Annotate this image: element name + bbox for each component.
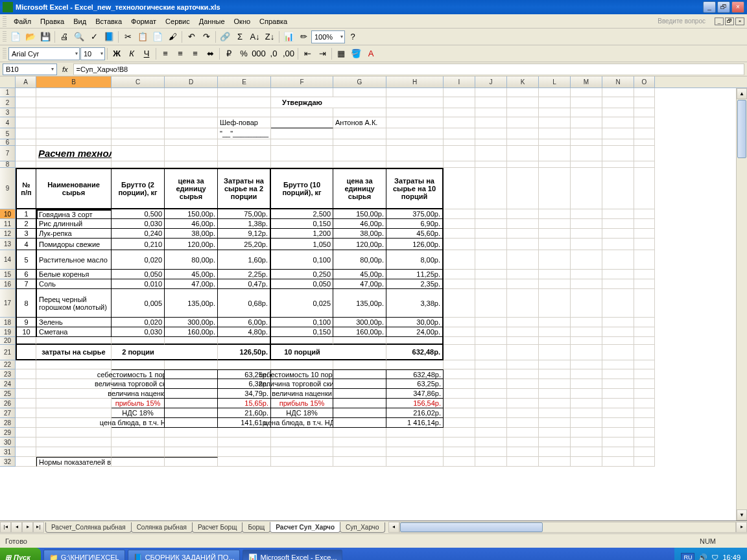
cell[interactable] [16, 117, 36, 128]
col-header[interactable]: O [634, 76, 655, 88]
cell[interactable] [539, 279, 571, 289]
cell[interactable]: 126,00р. [386, 239, 444, 250]
cell[interactable] [571, 345, 602, 360]
cell[interactable] [444, 457, 475, 467]
cell[interactable] [507, 408, 539, 418]
cell[interactable]: 6 [16, 270, 36, 279]
cell[interactable] [271, 457, 333, 467]
cell[interactable]: величина наценки [112, 389, 165, 399]
cell[interactable] [333, 97, 386, 108]
cell[interactable] [112, 139, 165, 146]
bold-icon[interactable]: Ж [110, 47, 124, 61]
cell[interactable] [475, 168, 507, 209]
cell[interactable]: 2 порции [112, 345, 165, 360]
open-icon[interactable]: 📂 [23, 30, 38, 44]
cell[interactable] [333, 379, 386, 389]
cell[interactable]: Утверждаю [271, 97, 333, 108]
tab-prev-icon[interactable]: ◂ [11, 522, 22, 533]
cell[interactable] [444, 161, 475, 168]
cell[interactable]: 0,500 [112, 209, 165, 219]
cell[interactable]: 45,00р. [333, 270, 386, 279]
cell[interactable] [218, 146, 271, 161]
cell[interactable] [112, 447, 165, 457]
cell[interactable] [571, 389, 602, 399]
cell[interactable] [602, 438, 634, 447]
cell[interactable] [539, 399, 571, 408]
row-header[interactable]: 6 [0, 139, 16, 146]
cell[interactable] [165, 447, 218, 457]
cell[interactable]: 1,60р. [218, 250, 271, 270]
cell[interactable] [571, 219, 602, 229]
cell[interactable] [444, 438, 475, 447]
cell[interactable] [539, 146, 571, 161]
row-header[interactable]: 15 [0, 270, 16, 279]
row-header[interactable]: 21 [0, 345, 16, 360]
cell[interactable] [634, 369, 655, 379]
cell[interactable] [165, 139, 218, 146]
cell[interactable] [475, 250, 507, 270]
cell[interactable] [112, 428, 165, 438]
cell[interactable]: 0,47р. [218, 279, 271, 289]
cell[interactable] [218, 108, 271, 117]
cell[interactable] [507, 399, 539, 408]
cell[interactable]: Говядина 3 сорт [36, 209, 112, 219]
cell[interactable] [333, 128, 386, 139]
cell[interactable] [539, 128, 571, 139]
col-header[interactable]: E [218, 76, 271, 88]
start-button[interactable]: ⊞Пуск [0, 548, 41, 560]
scroll-down-icon[interactable]: ▼ [737, 509, 747, 520]
cell[interactable]: себестоимость 1 порции [112, 369, 165, 379]
cell[interactable] [571, 428, 602, 438]
cell[interactable] [539, 88, 571, 97]
font-color-icon[interactable]: A [364, 47, 378, 61]
cell[interactable] [571, 369, 602, 379]
cell[interactable] [444, 117, 475, 128]
cell[interactable]: 0,010 [112, 279, 165, 289]
cell[interactable] [444, 389, 475, 399]
spelling-icon[interactable]: ✓ [87, 30, 101, 44]
cell[interactable] [571, 117, 602, 128]
cell[interactable] [634, 279, 655, 289]
row-header[interactable]: 28 [0, 418, 16, 428]
cell[interactable] [16, 418, 36, 428]
cell[interactable] [271, 438, 333, 447]
print-icon[interactable]: 🖨 [57, 30, 71, 44]
font-name-combo[interactable]: Arial Cyr [8, 47, 80, 60]
cell[interactable] [507, 250, 539, 270]
cell[interactable] [475, 289, 507, 318]
cell[interactable] [475, 139, 507, 146]
cell[interactable]: 0,68р. [218, 289, 271, 318]
cell[interactable] [36, 88, 112, 97]
cell[interactable]: 0,020 [112, 250, 165, 270]
cell[interactable] [507, 97, 539, 108]
cell[interactable] [602, 418, 634, 428]
cell[interactable] [539, 117, 571, 128]
cell[interactable] [475, 360, 507, 369]
cell[interactable] [444, 229, 475, 239]
cell[interactable] [571, 250, 602, 270]
cell[interactable]: 75,00р. [218, 209, 271, 219]
cell[interactable]: себестоимость 10 порций [271, 369, 333, 379]
cell[interactable] [634, 239, 655, 250]
cell[interactable] [386, 161, 444, 168]
cell[interactable] [571, 289, 602, 318]
menu-format[interactable]: Формат [126, 16, 161, 27]
cell[interactable] [36, 408, 112, 418]
cell[interactable] [634, 270, 655, 279]
cell[interactable] [16, 337, 36, 345]
cell[interactable] [386, 337, 444, 345]
cell[interactable] [475, 457, 507, 467]
doc-minimize-button[interactable]: _ [715, 18, 724, 25]
cell[interactable] [634, 428, 655, 438]
cell[interactable] [602, 209, 634, 219]
cell[interactable] [475, 327, 507, 337]
formula-input[interactable]: =Суп_Харчо!B8 [73, 64, 744, 75]
cell[interactable]: 46,00р. [333, 219, 386, 229]
cell[interactable] [36, 438, 112, 447]
cell[interactable] [112, 438, 165, 447]
cell[interactable] [571, 88, 602, 97]
cell[interactable]: 10 порций [271, 345, 333, 360]
cell[interactable] [507, 270, 539, 279]
cell[interactable] [112, 146, 165, 161]
cell[interactable] [444, 108, 475, 117]
